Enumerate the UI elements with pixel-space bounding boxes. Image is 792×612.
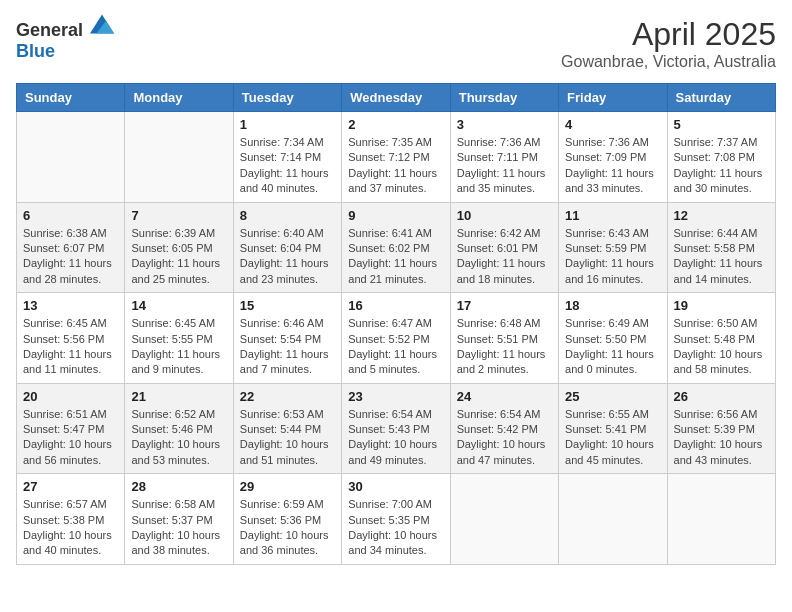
day-number: 17 [457,298,552,313]
day-number: 19 [674,298,769,313]
day-number: 3 [457,117,552,132]
calendar-week-row: 20Sunrise: 6:51 AM Sunset: 5:47 PM Dayli… [17,383,776,474]
day-info: Sunrise: 6:59 AM Sunset: 5:36 PM Dayligh… [240,497,335,559]
day-number: 14 [131,298,226,313]
day-info: Sunrise: 6:50 AM Sunset: 5:48 PM Dayligh… [674,316,769,378]
day-info: Sunrise: 6:39 AM Sunset: 6:05 PM Dayligh… [131,226,226,288]
weekday-header: Monday [125,84,233,112]
day-number: 18 [565,298,660,313]
calendar-day-cell: 7Sunrise: 6:39 AM Sunset: 6:05 PM Daylig… [125,202,233,293]
day-info: Sunrise: 6:57 AM Sunset: 5:38 PM Dayligh… [23,497,118,559]
calendar-day-cell [667,474,775,565]
calendar-day-cell: 15Sunrise: 6:46 AM Sunset: 5:54 PM Dayli… [233,293,341,384]
calendar-week-row: 6Sunrise: 6:38 AM Sunset: 6:07 PM Daylig… [17,202,776,293]
day-number: 23 [348,389,443,404]
day-info: Sunrise: 6:52 AM Sunset: 5:46 PM Dayligh… [131,407,226,469]
calendar-day-cell: 24Sunrise: 6:54 AM Sunset: 5:42 PM Dayli… [450,383,558,474]
calendar-header-row: SundayMondayTuesdayWednesdayThursdayFrid… [17,84,776,112]
calendar-day-cell [559,474,667,565]
page-header: General Blue April 2025 Gowanbrae, Victo… [16,16,776,71]
calendar-day-cell: 9Sunrise: 6:41 AM Sunset: 6:02 PM Daylig… [342,202,450,293]
calendar-table: SundayMondayTuesdayWednesdayThursdayFrid… [16,83,776,565]
day-number: 6 [23,208,118,223]
calendar-week-row: 1Sunrise: 7:34 AM Sunset: 7:14 PM Daylig… [17,112,776,203]
day-number: 20 [23,389,118,404]
weekday-header: Saturday [667,84,775,112]
day-info: Sunrise: 6:53 AM Sunset: 5:44 PM Dayligh… [240,407,335,469]
day-info: Sunrise: 6:38 AM Sunset: 6:07 PM Dayligh… [23,226,118,288]
logo: General Blue [16,16,114,62]
calendar-day-cell: 20Sunrise: 6:51 AM Sunset: 5:47 PM Dayli… [17,383,125,474]
day-number: 10 [457,208,552,223]
calendar-day-cell: 6Sunrise: 6:38 AM Sunset: 6:07 PM Daylig… [17,202,125,293]
calendar-day-cell: 30Sunrise: 7:00 AM Sunset: 5:35 PM Dayli… [342,474,450,565]
day-info: Sunrise: 7:35 AM Sunset: 7:12 PM Dayligh… [348,135,443,197]
calendar-day-cell: 1Sunrise: 7:34 AM Sunset: 7:14 PM Daylig… [233,112,341,203]
day-number: 4 [565,117,660,132]
weekday-header: Wednesday [342,84,450,112]
calendar-day-cell: 11Sunrise: 6:43 AM Sunset: 5:59 PM Dayli… [559,202,667,293]
day-number: 27 [23,479,118,494]
day-info: Sunrise: 6:43 AM Sunset: 5:59 PM Dayligh… [565,226,660,288]
calendar-day-cell: 12Sunrise: 6:44 AM Sunset: 5:58 PM Dayli… [667,202,775,293]
day-number: 16 [348,298,443,313]
day-number: 21 [131,389,226,404]
logo-text: General Blue [16,16,114,62]
day-info: Sunrise: 6:42 AM Sunset: 6:01 PM Dayligh… [457,226,552,288]
calendar-day-cell [17,112,125,203]
day-number: 28 [131,479,226,494]
calendar-day-cell: 4Sunrise: 7:36 AM Sunset: 7:09 PM Daylig… [559,112,667,203]
subtitle: Gowanbrae, Victoria, Australia [561,53,776,71]
main-title: April 2025 [561,16,776,53]
day-number: 13 [23,298,118,313]
day-number: 2 [348,117,443,132]
calendar-day-cell [125,112,233,203]
calendar-day-cell: 2Sunrise: 7:35 AM Sunset: 7:12 PM Daylig… [342,112,450,203]
day-number: 22 [240,389,335,404]
day-number: 30 [348,479,443,494]
day-info: Sunrise: 6:48 AM Sunset: 5:51 PM Dayligh… [457,316,552,378]
day-info: Sunrise: 6:55 AM Sunset: 5:41 PM Dayligh… [565,407,660,469]
day-info: Sunrise: 6:45 AM Sunset: 5:56 PM Dayligh… [23,316,118,378]
calendar-day-cell: 18Sunrise: 6:49 AM Sunset: 5:50 PM Dayli… [559,293,667,384]
calendar-day-cell: 19Sunrise: 6:50 AM Sunset: 5:48 PM Dayli… [667,293,775,384]
day-info: Sunrise: 6:47 AM Sunset: 5:52 PM Dayligh… [348,316,443,378]
day-number: 26 [674,389,769,404]
calendar-day-cell: 28Sunrise: 6:58 AM Sunset: 5:37 PM Dayli… [125,474,233,565]
calendar-day-cell: 29Sunrise: 6:59 AM Sunset: 5:36 PM Dayli… [233,474,341,565]
calendar-week-row: 27Sunrise: 6:57 AM Sunset: 5:38 PM Dayli… [17,474,776,565]
calendar-day-cell: 26Sunrise: 6:56 AM Sunset: 5:39 PM Dayli… [667,383,775,474]
day-info: Sunrise: 7:36 AM Sunset: 7:11 PM Dayligh… [457,135,552,197]
calendar-day-cell: 23Sunrise: 6:54 AM Sunset: 5:43 PM Dayli… [342,383,450,474]
calendar-day-cell: 8Sunrise: 6:40 AM Sunset: 6:04 PM Daylig… [233,202,341,293]
day-info: Sunrise: 7:36 AM Sunset: 7:09 PM Dayligh… [565,135,660,197]
weekday-header: Tuesday [233,84,341,112]
day-info: Sunrise: 6:58 AM Sunset: 5:37 PM Dayligh… [131,497,226,559]
day-info: Sunrise: 6:40 AM Sunset: 6:04 PM Dayligh… [240,226,335,288]
day-number: 12 [674,208,769,223]
logo-general: General [16,20,83,40]
day-number: 8 [240,208,335,223]
day-number: 1 [240,117,335,132]
day-number: 25 [565,389,660,404]
day-number: 5 [674,117,769,132]
calendar-day-cell: 3Sunrise: 7:36 AM Sunset: 7:11 PM Daylig… [450,112,558,203]
day-info: Sunrise: 7:00 AM Sunset: 5:35 PM Dayligh… [348,497,443,559]
weekday-header: Thursday [450,84,558,112]
day-number: 15 [240,298,335,313]
calendar-day-cell: 16Sunrise: 6:47 AM Sunset: 5:52 PM Dayli… [342,293,450,384]
day-info: Sunrise: 6:46 AM Sunset: 5:54 PM Dayligh… [240,316,335,378]
day-info: Sunrise: 7:34 AM Sunset: 7:14 PM Dayligh… [240,135,335,197]
day-info: Sunrise: 6:41 AM Sunset: 6:02 PM Dayligh… [348,226,443,288]
calendar-day-cell: 5Sunrise: 7:37 AM Sunset: 7:08 PM Daylig… [667,112,775,203]
logo-blue: Blue [16,41,55,61]
day-number: 24 [457,389,552,404]
day-info: Sunrise: 6:56 AM Sunset: 5:39 PM Dayligh… [674,407,769,469]
calendar-day-cell: 10Sunrise: 6:42 AM Sunset: 6:01 PM Dayli… [450,202,558,293]
day-number: 29 [240,479,335,494]
calendar-day-cell: 14Sunrise: 6:45 AM Sunset: 5:55 PM Dayli… [125,293,233,384]
day-info: Sunrise: 6:44 AM Sunset: 5:58 PM Dayligh… [674,226,769,288]
calendar-day-cell: 13Sunrise: 6:45 AM Sunset: 5:56 PM Dayli… [17,293,125,384]
calendar-day-cell [450,474,558,565]
calendar-day-cell: 25Sunrise: 6:55 AM Sunset: 5:41 PM Dayli… [559,383,667,474]
